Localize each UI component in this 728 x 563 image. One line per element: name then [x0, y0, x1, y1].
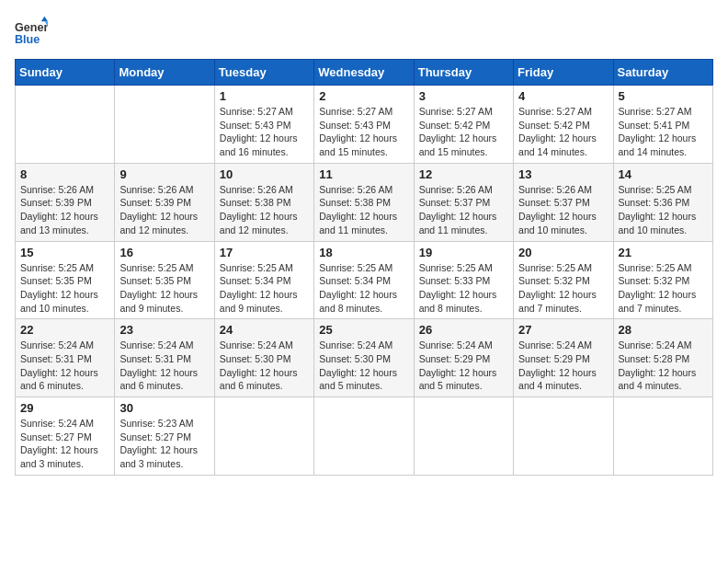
day-number: 29: [20, 401, 109, 415]
svg-marker-2: [41, 17, 48, 21]
calendar-table: SundayMondayTuesdayWednesdayThursdayFrid…: [15, 59, 713, 476]
weekday-header-wednesday: Wednesday: [314, 60, 414, 86]
day-info: Sunrise: 5:25 AM Sunset: 5:34 PM Dayligh…: [220, 261, 309, 316]
day-number: 9: [119, 167, 209, 181]
day-number: 11: [319, 167, 408, 181]
day-info: Sunrise: 5:26 AM Sunset: 5:37 PM Dayligh…: [518, 183, 608, 237]
weekday-header-tuesday: Tuesday: [214, 60, 313, 86]
day-info: Sunrise: 5:24 AM Sunset: 5:29 PM Dayligh…: [518, 339, 608, 393]
calendar-cell: 3 Sunrise: 5:27 AM Sunset: 5:42 PM Dayli…: [414, 86, 513, 164]
day-number: 22: [20, 323, 109, 337]
calendar-cell: 16 Sunrise: 5:25 AM Sunset: 5:35 PM Dayl…: [115, 241, 214, 319]
calendar-cell: 18 Sunrise: 5:25 AM Sunset: 5:34 PM Dayl…: [314, 241, 414, 319]
day-info: Sunrise: 5:25 AM Sunset: 5:32 PM Dayligh…: [619, 261, 708, 316]
day-number: 4: [518, 89, 608, 103]
weekday-header-monday: Monday: [115, 60, 214, 86]
calendar-cell: 2 Sunrise: 5:27 AM Sunset: 5:43 PM Dayli…: [314, 86, 414, 164]
day-number: 19: [419, 246, 508, 259]
day-info: Sunrise: 5:25 AM Sunset: 5:35 PM Dayligh…: [20, 261, 109, 316]
logo-icon: General Blue: [15, 15, 48, 48]
calendar-cell: 20 Sunrise: 5:25 AM Sunset: 5:32 PM Dayl…: [514, 241, 613, 319]
weekday-header-saturday: Saturday: [613, 60, 712, 86]
calendar-cell: 17 Sunrise: 5:25 AM Sunset: 5:34 PM Dayl…: [214, 241, 313, 319]
day-info: Sunrise: 5:27 AM Sunset: 5:43 PM Dayligh…: [319, 105, 408, 159]
day-number: 25: [319, 323, 408, 337]
day-info: Sunrise: 5:25 AM Sunset: 5:33 PM Dayligh…: [419, 261, 508, 316]
day-info: Sunrise: 5:24 AM Sunset: 5:31 PM Dayligh…: [119, 339, 209, 393]
day-info: Sunrise: 5:24 AM Sunset: 5:30 PM Dayligh…: [220, 339, 309, 393]
calendar-cell: 24 Sunrise: 5:24 AM Sunset: 5:30 PM Dayl…: [214, 319, 313, 397]
day-number: 17: [220, 246, 309, 259]
day-number: 15: [20, 246, 109, 259]
day-number: 13: [518, 167, 608, 181]
calendar-cell: 26 Sunrise: 5:24 AM Sunset: 5:29 PM Dayl…: [414, 319, 513, 397]
calendar-cell: 11 Sunrise: 5:26 AM Sunset: 5:38 PM Dayl…: [314, 163, 414, 241]
day-number: 20: [518, 246, 608, 259]
calendar-cell: 14 Sunrise: 5:25 AM Sunset: 5:36 PM Dayl…: [613, 163, 712, 241]
day-info: Sunrise: 5:26 AM Sunset: 5:39 PM Dayligh…: [119, 183, 209, 237]
calendar-cell: 30 Sunrise: 5:23 AM Sunset: 5:27 PM Dayl…: [115, 397, 214, 476]
calendar-cell: 4 Sunrise: 5:27 AM Sunset: 5:42 PM Dayli…: [514, 86, 613, 164]
day-info: Sunrise: 5:26 AM Sunset: 5:39 PM Dayligh…: [20, 183, 109, 237]
weekday-header-friday: Friday: [514, 60, 613, 86]
day-number: 14: [619, 167, 708, 181]
day-info: Sunrise: 5:27 AM Sunset: 5:42 PM Dayligh…: [518, 105, 608, 159]
logo: General Blue: [15, 15, 53, 48]
calendar-cell: 5 Sunrise: 5:27 AM Sunset: 5:41 PM Dayli…: [613, 86, 712, 164]
calendar-cell: [214, 397, 313, 476]
day-number: 8: [20, 167, 109, 181]
day-info: Sunrise: 5:26 AM Sunset: 5:38 PM Dayligh…: [220, 183, 309, 237]
day-info: Sunrise: 5:24 AM Sunset: 5:29 PM Dayligh…: [419, 339, 508, 393]
page-header: General Blue: [15, 15, 713, 48]
calendar-cell: [414, 397, 513, 476]
calendar-cell: 25 Sunrise: 5:24 AM Sunset: 5:30 PM Dayl…: [314, 319, 414, 397]
day-info: Sunrise: 5:25 AM Sunset: 5:34 PM Dayligh…: [319, 261, 408, 316]
calendar-cell: 22 Sunrise: 5:24 AM Sunset: 5:31 PM Dayl…: [16, 319, 115, 397]
day-info: Sunrise: 5:26 AM Sunset: 5:38 PM Dayligh…: [319, 183, 408, 237]
day-number: 28: [619, 323, 708, 337]
weekday-header-thursday: Thursday: [414, 60, 513, 86]
day-info: Sunrise: 5:25 AM Sunset: 5:32 PM Dayligh…: [518, 261, 608, 316]
calendar-cell: 27 Sunrise: 5:24 AM Sunset: 5:29 PM Dayl…: [514, 319, 613, 397]
day-number: 3: [419, 89, 508, 103]
calendar-cell: [314, 397, 414, 476]
day-info: Sunrise: 5:25 AM Sunset: 5:35 PM Dayligh…: [119, 261, 209, 316]
calendar-cell: 21 Sunrise: 5:25 AM Sunset: 5:32 PM Dayl…: [613, 241, 712, 319]
calendar-cell: 28 Sunrise: 5:24 AM Sunset: 5:28 PM Dayl…: [613, 319, 712, 397]
day-info: Sunrise: 5:24 AM Sunset: 5:28 PM Dayligh…: [619, 339, 708, 393]
day-info: Sunrise: 5:25 AM Sunset: 5:36 PM Dayligh…: [619, 183, 708, 237]
day-number: 10: [220, 167, 309, 181]
calendar-cell: [16, 86, 115, 164]
day-number: 16: [119, 246, 209, 259]
calendar-cell: 12 Sunrise: 5:26 AM Sunset: 5:37 PM Dayl…: [414, 163, 513, 241]
calendar-cell: [514, 397, 613, 476]
day-number: 23: [119, 323, 209, 337]
day-number: 26: [419, 323, 508, 337]
calendar-cell: 19 Sunrise: 5:25 AM Sunset: 5:33 PM Dayl…: [414, 241, 513, 319]
calendar-cell: 29 Sunrise: 5:24 AM Sunset: 5:27 PM Dayl…: [16, 397, 115, 476]
calendar-cell: [613, 397, 712, 476]
day-number: 30: [119, 401, 209, 415]
day-number: 21: [619, 246, 708, 259]
day-number: 12: [419, 167, 508, 181]
calendar-cell: 13 Sunrise: 5:26 AM Sunset: 5:37 PM Dayl…: [514, 163, 613, 241]
day-info: Sunrise: 5:27 AM Sunset: 5:41 PM Dayligh…: [619, 105, 708, 159]
calendar-cell: [115, 86, 214, 164]
calendar-cell: 15 Sunrise: 5:25 AM Sunset: 5:35 PM Dayl…: [16, 241, 115, 319]
day-number: 27: [518, 323, 608, 337]
day-number: 2: [319, 89, 408, 103]
calendar-cell: 9 Sunrise: 5:26 AM Sunset: 5:39 PM Dayli…: [115, 163, 214, 241]
day-number: 1: [220, 89, 309, 103]
calendar-cell: 8 Sunrise: 5:26 AM Sunset: 5:39 PM Dayli…: [16, 163, 115, 241]
day-info: Sunrise: 5:24 AM Sunset: 5:30 PM Dayligh…: [319, 339, 408, 393]
day-number: 18: [319, 246, 408, 259]
calendar-cell: 23 Sunrise: 5:24 AM Sunset: 5:31 PM Dayl…: [115, 319, 214, 397]
calendar-cell: 10 Sunrise: 5:26 AM Sunset: 5:38 PM Dayl…: [214, 163, 313, 241]
day-info: Sunrise: 5:27 AM Sunset: 5:42 PM Dayligh…: [419, 105, 508, 159]
day-info: Sunrise: 5:24 AM Sunset: 5:27 PM Dayligh…: [20, 417, 109, 471]
day-info: Sunrise: 5:26 AM Sunset: 5:37 PM Dayligh…: [419, 183, 508, 237]
weekday-header-sunday: Sunday: [16, 60, 115, 86]
day-info: Sunrise: 5:27 AM Sunset: 5:43 PM Dayligh…: [220, 105, 309, 159]
day-number: 24: [220, 323, 309, 337]
day-info: Sunrise: 5:24 AM Sunset: 5:31 PM Dayligh…: [20, 339, 109, 393]
